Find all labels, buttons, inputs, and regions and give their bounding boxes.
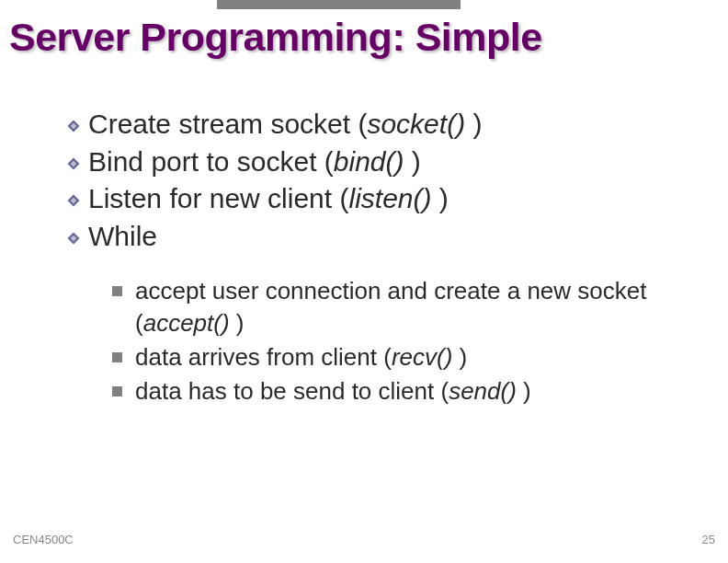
bullet-item-1: Create stream socket (socket() ) <box>66 106 691 144</box>
text-post: ) <box>465 109 482 139</box>
text-post: ) <box>517 377 531 405</box>
function-name: bind() <box>334 146 404 177</box>
bullet-item-2: Bind port to socket (bind() ) <box>66 144 691 181</box>
sub-bullets-group: accept user connection and create a new … <box>66 275 691 408</box>
text-post: ) <box>431 183 448 213</box>
sub-bullet-item-3: data has to be send to client (send() ) <box>112 375 691 408</box>
square-bullet-icon <box>112 286 122 296</box>
text-post: ) <box>230 309 245 337</box>
text-post: ) <box>404 146 421 177</box>
diamond-bullet-icon <box>66 156 81 171</box>
sub-bullet-item-1: accept user connection and create a new … <box>112 275 691 339</box>
text-pre: Bind port to socket ( <box>88 146 334 177</box>
sub-bullet-text: data has to be send to client (send() ) <box>135 375 691 408</box>
function-name: listen() <box>348 183 431 213</box>
text-pre: Create stream socket ( <box>88 109 367 139</box>
diamond-bullet-icon <box>66 119 81 133</box>
bullet-item-4: While <box>66 218 691 256</box>
slide-content: Create stream socket (socket() ) Bind po… <box>66 106 691 408</box>
bullet-text: Create stream socket (socket() ) <box>88 106 482 144</box>
slide-number: 25 <box>702 533 715 546</box>
sub-bullet-item-2: data arrives from client (recv() ) <box>112 341 691 373</box>
function-name: socket() <box>367 109 465 139</box>
decorative-top-bar <box>217 0 461 9</box>
slide-title: Server Programming: Simple <box>9 15 542 60</box>
footer-left: CEN4500C <box>13 533 74 546</box>
text-pre: data arrives from client ( <box>135 343 392 371</box>
function-name: recv() <box>392 343 452 371</box>
bullet-text: Bind port to socket (bind() ) <box>88 144 421 181</box>
sub-bullet-text: data arrives from client (recv() ) <box>135 341 691 373</box>
sub-bullet-text: accept user connection and create a new … <box>135 275 691 339</box>
text-pre: Listen for new client ( <box>88 183 348 213</box>
square-bullet-icon <box>112 352 122 362</box>
slide-footer: CEN4500C 25 <box>13 533 715 546</box>
bullet-item-3: Listen for new client (listen() ) <box>66 180 691 218</box>
square-bullet-icon <box>112 386 122 396</box>
text-pre: data has to be send to client ( <box>135 377 449 405</box>
function-name: accept() <box>143 309 230 337</box>
function-name: send() <box>449 377 517 405</box>
diamond-bullet-icon <box>66 231 81 246</box>
bullet-text: Listen for new client (listen() ) <box>88 180 449 218</box>
diamond-bullet-icon <box>66 193 81 208</box>
text-post: ) <box>452 343 467 371</box>
bullet-text: While <box>88 218 157 256</box>
